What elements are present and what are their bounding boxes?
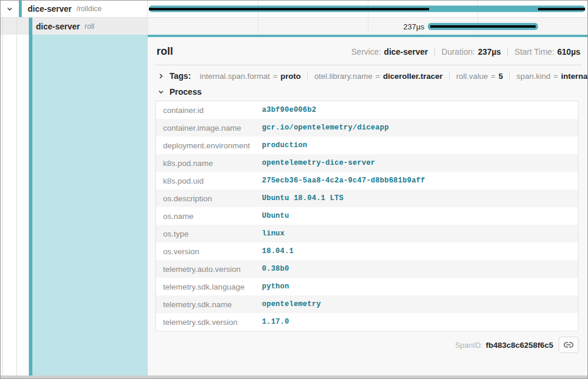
indent-guide xyxy=(2,35,3,375)
table-row: telemetry.sdk.name opentelemetry xyxy=(156,295,578,313)
table-row: os.description Ubuntu 18.04.1 LTS xyxy=(156,190,578,207)
tag-value: proto xyxy=(281,72,301,81)
table-row: telemetry.sdk.language python xyxy=(156,278,578,295)
stat-divider xyxy=(507,47,508,56)
span-stats: Service: dice-server Duration: 237µs Sta… xyxy=(351,47,580,56)
table-row: telemetry.sdk.version 1.17.0 xyxy=(156,313,578,331)
span-color-bar xyxy=(29,18,32,35)
duration-stat-label: Duration: xyxy=(441,47,475,56)
table-row: k8s.pod.name opentelemetry-dice-server xyxy=(156,154,578,172)
row-value: opentelemetry xyxy=(262,300,321,308)
row-key: container.id xyxy=(163,106,262,115)
service-name: dice-server xyxy=(28,4,72,14)
row-value: python xyxy=(262,282,289,291)
row-key: deployment.environment xyxy=(163,141,262,150)
chevron-down-icon[interactable] xyxy=(157,89,165,95)
tag-value: 5 xyxy=(499,72,503,81)
process-label: Process xyxy=(170,87,201,97)
tag-item: roll.value=5 xyxy=(449,72,509,81)
tags-section-toggle[interactable]: Tags: internal.span.format=proto otel.li… xyxy=(155,71,582,81)
service-stat-label: Service: xyxy=(351,47,381,56)
span-bar-roll[interactable] xyxy=(428,23,538,30)
stat-divider xyxy=(434,47,435,56)
bottom-scroll-strip xyxy=(1,375,587,378)
spanid-label: SpanID: xyxy=(455,341,483,350)
operation-name: /rolldice xyxy=(77,5,102,13)
row-value: 18.04.1 xyxy=(262,247,294,255)
tag-item: internal.span.format=proto xyxy=(193,72,307,81)
row-value: a3bf90e006b2 xyxy=(262,106,316,114)
timeline-track xyxy=(148,1,587,17)
table-row: os.name Ubuntu xyxy=(156,207,578,225)
row-key: telemetry.sdk.version xyxy=(163,318,262,327)
span-row-roll[interactable]: dice-server roll 237µs xyxy=(1,18,587,35)
indent-guide xyxy=(2,18,3,35)
copy-link-button[interactable] xyxy=(559,337,579,353)
row-value: Ubuntu xyxy=(262,212,289,220)
tag-value: diceroller.tracer xyxy=(383,72,443,81)
critical-path-segment xyxy=(149,8,429,10)
span-detail-panel: roll Service: dice-server Duration: 237µ… xyxy=(148,35,587,375)
span-color-bar xyxy=(19,1,22,17)
tag-key: roll.value xyxy=(456,72,488,81)
row-value: Ubuntu 18.04.1 LTS xyxy=(262,194,344,202)
tag-equals: = xyxy=(553,72,558,81)
tag-summary: internal.span.format=proto otel.library.… xyxy=(193,72,587,81)
trace-detail-view: dice-server /rolldice dice-server roll 2… xyxy=(0,0,588,379)
row-key: container.image.name xyxy=(163,124,262,132)
row-key: os.version xyxy=(163,247,262,256)
timeline-track: 237µs xyxy=(148,18,587,35)
start-time-stat-value: 610µs xyxy=(557,47,580,56)
link-icon xyxy=(563,340,574,350)
span-name-cell[interactable]: dice-server roll xyxy=(1,18,148,35)
indent-guide xyxy=(16,35,17,375)
row-value: gcr.io/opentelemetry/diceapp xyxy=(262,124,389,132)
indent-guide xyxy=(16,18,17,35)
row-key: os.name xyxy=(163,212,262,221)
span-bar-rolldice[interactable] xyxy=(149,6,585,12)
tag-item: span.kind=internal xyxy=(509,72,587,81)
selected-span-gutter xyxy=(1,35,148,375)
row-key: os.type xyxy=(163,230,262,238)
critical-path-segment xyxy=(538,8,585,10)
table-row: container.image.name gcr.io/opentelemetr… xyxy=(156,119,578,137)
detail-header: roll Service: dice-server Duration: 237µ… xyxy=(155,42,582,65)
span-row-rolldice[interactable]: dice-server /rolldice xyxy=(1,1,587,18)
collapse-chevron-down-icon[interactable] xyxy=(5,6,14,12)
timeline-gridline xyxy=(258,18,258,35)
tag-equals: = xyxy=(491,72,496,81)
process-section-toggle[interactable]: Process xyxy=(157,87,582,97)
tag-key: internal.span.format xyxy=(200,72,270,81)
table-row: os.type linux xyxy=(156,225,578,242)
chevron-right-icon[interactable] xyxy=(157,73,165,79)
row-value: linux xyxy=(262,230,285,238)
span-detail-area: roll Service: dice-server Duration: 237µ… xyxy=(1,35,587,375)
tag-equals: = xyxy=(273,72,278,81)
operation-name: roll xyxy=(85,22,95,31)
tag-value: internal xyxy=(561,72,587,81)
tags-label: Tags: xyxy=(170,71,191,81)
selected-span-highlight xyxy=(32,35,148,375)
tag-key: otel.library.name xyxy=(314,72,373,81)
table-row: deployment.environment production xyxy=(156,137,578,154)
tag-item: otel.library.name=diceroller.tracer xyxy=(307,72,449,81)
spanid-value: fb483c8c6258f6c5 xyxy=(486,341,553,350)
table-row: container.id a3bf90e006b2 xyxy=(156,101,578,119)
start-time-stat-label: Start Time: xyxy=(514,47,554,56)
row-key: k8s.pod.name xyxy=(163,159,262,168)
row-value: 0.38b0 xyxy=(262,265,289,273)
row-key: k8s.pod.uid xyxy=(163,177,262,185)
tag-equals: = xyxy=(376,72,380,81)
row-key: telemetry.auto.version xyxy=(163,265,262,274)
span-name-cell[interactable]: dice-server /rolldice xyxy=(1,1,148,17)
tag-key: span.kind xyxy=(516,72,550,81)
span-title: roll xyxy=(157,45,173,58)
table-row: telemetry.auto.version 0.38b0 xyxy=(156,260,578,278)
detail-footer: SpanID: fb483c8c6258f6c5 xyxy=(155,331,582,353)
table-row: os.version 18.04.1 xyxy=(156,242,578,260)
duration-label: 237µs xyxy=(342,22,424,31)
service-stat-value: dice-server xyxy=(384,47,428,56)
row-value: 1.17.0 xyxy=(262,318,289,326)
table-row: k8s.pod.uid 275ecb36-5aa8-4c2a-9c47-d8bb… xyxy=(156,172,578,190)
duration-stat-value: 237µs xyxy=(478,47,501,56)
